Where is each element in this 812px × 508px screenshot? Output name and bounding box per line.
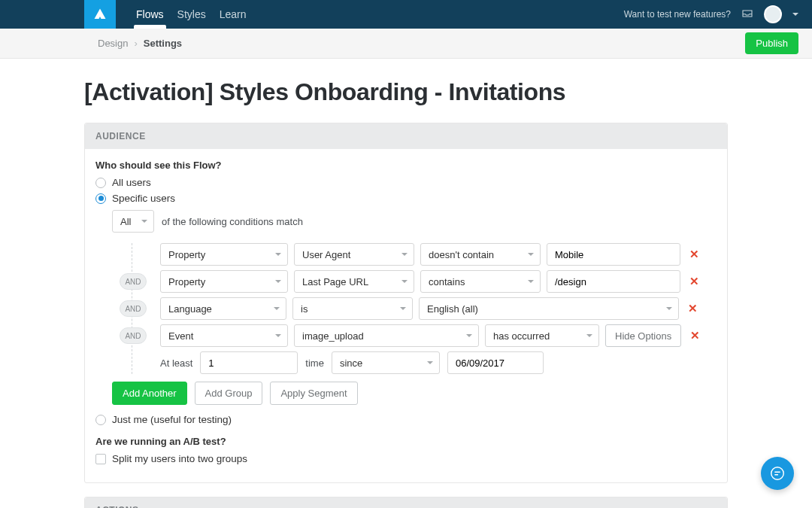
match-suffix: of the following conditions match [162, 216, 303, 227]
atleast-label: At least [160, 357, 192, 369]
cond3-remove-icon[interactable]: ✕ [685, 302, 701, 315]
ab-question: Are we running an A/B test? [95, 436, 717, 447]
cond2-field-select[interactable]: Last Page URL [294, 270, 414, 293]
ab-split-checkbox[interactable] [95, 454, 106, 464]
breadcrumb-parent[interactable]: Design [98, 38, 128, 49]
audience-question: Who should see this Flow? [95, 160, 717, 171]
breadcrumb-current: Settings [144, 38, 182, 49]
condition-buttons: Add Another Add Group Apply Segment [95, 382, 717, 405]
condition-row-2: AND Property Last Page URL contains ✕ [160, 270, 717, 293]
audience-header: AUDIENCE [85, 123, 727, 149]
page: [Activation] Styles Onboarding - Invitat… [0, 78, 812, 508]
cond4-op-select[interactable]: has occurred [485, 324, 599, 347]
svg-point-0 [771, 467, 784, 480]
chat-icon [769, 465, 786, 482]
actions-panel: ACTIONS What should we do when this Flow… [84, 497, 728, 508]
nav-tabs: Flows Styles Learn [129, 0, 253, 29]
label-all-users: All users [112, 177, 151, 188]
match-select[interactable]: All [112, 210, 154, 233]
cond3-value-select[interactable]: English (all) [419, 297, 679, 320]
cond1-op-select[interactable]: doesn't contain [420, 243, 541, 266]
cond2-remove-icon[interactable]: ✕ [686, 275, 702, 288]
cond3-type-select[interactable]: Language [160, 297, 286, 320]
publish-button[interactable]: Publish [745, 32, 798, 54]
logo[interactable] [84, 0, 116, 29]
add-another-button[interactable]: Add Another [112, 382, 187, 405]
nav-tab-flows[interactable]: Flows [129, 0, 171, 29]
date-input[interactable] [447, 351, 544, 374]
nav-right: Want to test new features? [624, 5, 812, 23]
nav-tab-styles[interactable]: Styles [171, 0, 213, 29]
nav-tab-learn[interactable]: Learn [213, 0, 253, 29]
label-specific-users: Specific users [112, 193, 175, 204]
and-badge-3: AND [120, 300, 147, 317]
cond3-op-select[interactable]: is [292, 297, 413, 320]
cond1-field-select[interactable]: User Agent [294, 243, 414, 266]
help-fab[interactable] [761, 457, 794, 490]
cond4-remove-icon[interactable]: ✕ [687, 329, 703, 342]
cond2-op-select[interactable]: contains [420, 270, 541, 293]
conditions-block: All of the following conditions match Pr… [95, 210, 717, 374]
promo-link[interactable]: Want to test new features? [624, 9, 731, 20]
cond1-remove-icon[interactable]: ✕ [686, 248, 702, 261]
cond4-field-select[interactable]: image_upload [294, 324, 479, 347]
since-select[interactable]: since [332, 351, 440, 374]
audience-panel: AUDIENCE Who should see this Flow? All u… [84, 123, 728, 483]
condition-row-4: AND Event image_upload has occurred Hide… [160, 324, 717, 347]
and-badge-4: AND [120, 327, 147, 344]
label-just-me: Just me (useful for testing) [112, 414, 232, 425]
count-input[interactable] [200, 351, 298, 374]
radio-just-me[interactable] [95, 415, 106, 425]
inbox-icon[interactable] [741, 8, 753, 22]
cond4-type-select[interactable]: Event [160, 324, 288, 347]
condition-row-3: AND Language is English (all) ✕ [160, 297, 717, 320]
condition-row-1: Property User Agent doesn't contain ✕ [160, 243, 717, 266]
avatar[interactable] [764, 5, 782, 23]
chevron-right-icon: › [134, 38, 137, 49]
user-menu-caret-icon[interactable] [792, 13, 798, 16]
apply-segment-button[interactable]: Apply Segment [270, 382, 357, 405]
actions-header: ACTIONS [85, 497, 727, 508]
top-nav: Flows Styles Learn Want to test new feat… [0, 0, 812, 29]
cond1-type-select[interactable]: Property [160, 243, 288, 266]
cond2-value-input[interactable] [547, 270, 680, 293]
page-title: [Activation] Styles Onboarding - Invitat… [84, 78, 728, 106]
and-badge-2: AND [120, 273, 147, 290]
radio-specific-users[interactable] [95, 193, 106, 204]
ab-split-label: Split my users into two groups [112, 453, 247, 464]
cond2-type-select[interactable]: Property [160, 270, 288, 293]
cond1-value-input[interactable] [547, 243, 680, 266]
radio-all-users[interactable] [95, 178, 106, 188]
sub-bar: Design › Settings Publish [0, 29, 812, 59]
logo-icon [93, 8, 107, 21]
hide-options-button[interactable]: Hide Options [605, 324, 681, 347]
time-label: time [305, 357, 324, 369]
breadcrumb: Design › Settings [98, 38, 182, 49]
event-details-row: At least time since [160, 351, 717, 374]
add-group-button[interactable]: Add Group [195, 382, 263, 405]
